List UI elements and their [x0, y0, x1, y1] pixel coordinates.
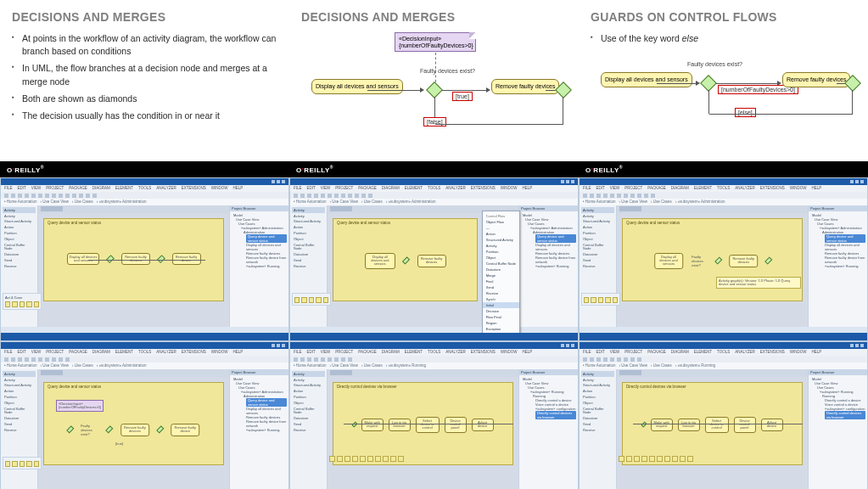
menu-item[interactable]: EDIT — [596, 350, 605, 355]
menu-item[interactable]: EDIT — [307, 350, 316, 355]
menu-item[interactable]: HELP — [522, 350, 532, 355]
menu-item[interactable]: ELEMENT — [115, 186, 133, 191]
tree[interactable]: ModelUse Case ViewUse Cases«subsystem» A… — [230, 211, 288, 270]
menu-item[interactable]: WINDOW — [790, 186, 807, 191]
context-menu-item[interactable]: Central Buffer Node — [483, 261, 519, 267]
breadcrumb-item[interactable]: • Home Automation — [294, 200, 327, 204]
breadcrumb-item[interactable]: › Use Case View — [330, 200, 358, 204]
tree-node[interactable]: Display all devices and sensors — [521, 243, 576, 251]
diagram-canvas[interactable]: Query device and sensor status Display a… — [328, 205, 518, 327]
menu-item[interactable]: PACKAGE — [647, 186, 665, 191]
breadcrumb-item[interactable]: › Use Case View — [619, 363, 647, 368]
menu-item[interactable]: PROJECT — [624, 350, 642, 355]
menu-bar[interactable]: FILEEDITVIEWPROJECTPACKAGEDIAGRAMELEMENT… — [580, 185, 867, 192]
menu-item[interactable]: ANALYZER — [156, 350, 176, 355]
mini-box[interactable]: Make web request — [651, 419, 673, 431]
menu-item[interactable]: TOOLS — [717, 350, 730, 355]
tree-node[interactable]: Directly control devices via browser — [810, 411, 865, 419]
project-browser[interactable]: Project Browser ModelUse Case ViewUse Ca… — [229, 205, 288, 327]
breadcrumb-item[interactable]: › Use Cases — [361, 363, 383, 368]
breadcrumb-item[interactable]: › Use Case View — [330, 363, 358, 368]
tree-node[interactable]: Directly control devices via browser — [521, 411, 576, 419]
context-menu-item[interactable]: Send — [483, 284, 519, 290]
menu-item[interactable]: HELP — [811, 350, 821, 355]
window-titlebar[interactable] — [580, 178, 867, 185]
menu-item[interactable]: FILE — [583, 186, 591, 191]
diagram-canvas[interactable]: Query device and sensor status Display a… — [617, 205, 808, 327]
toolbox-item[interactable]: Object — [581, 238, 614, 242]
toolbox-panel[interactable]: ActivityActivityStructured ActivityActio… — [1, 369, 38, 489]
menu-item[interactable]: PROJECT — [335, 350, 353, 355]
toolbox-item[interactable]: Structured Activity — [292, 220, 325, 224]
toolbox-item[interactable]: Action — [581, 390, 614, 394]
mini-palette[interactable] — [292, 293, 331, 306]
menu-item[interactable]: EXTENSIONS — [182, 350, 206, 355]
mini-box[interactable]: Make web request — [361, 419, 384, 431]
menu-item[interactable]: TOOLS — [717, 186, 730, 191]
menu-item[interactable]: EXTENSIONS — [471, 186, 496, 191]
toolbox-item[interactable]: Partition — [581, 396, 614, 400]
menu-item[interactable]: VIEW — [31, 186, 42, 191]
toolbox-item[interactable]: Partition — [3, 232, 36, 236]
tree-node[interactable]: Query device and sensor status — [521, 234, 576, 243]
menu-bar[interactable]: FILEEDITVIEWPROJECTPACKAGEDIAGRAMELEMENT… — [1, 185, 288, 192]
menu-item[interactable]: ANALYZER — [156, 186, 176, 191]
menu-item[interactable]: FILE — [4, 350, 13, 355]
menu-item[interactable]: PACKAGE — [358, 350, 376, 355]
toolbox-item[interactable]: Datastore — [292, 253, 325, 257]
breadcrumb-item[interactable]: › «subsystem» Administration — [97, 200, 147, 204]
toolbox-item[interactable]: Activity — [3, 215, 36, 219]
menu-item[interactable]: WINDOW — [211, 350, 228, 355]
diagram-canvas[interactable]: Query device and sensor status Display a… — [38, 205, 229, 327]
toolbox-item[interactable]: Partition — [3, 396, 36, 400]
project-browser[interactable]: Project Browser ModelUse Case ViewUse Ca… — [808, 369, 867, 489]
context-menu-item[interactable]: Synch — [483, 296, 519, 302]
toolbox-item[interactable]: Send — [581, 423, 614, 427]
window-titlebar[interactable] — [580, 342, 867, 349]
windows-taskbar[interactable] — [290, 333, 578, 340]
toolbox-item[interactable]: Partition — [292, 396, 325, 400]
menu-item[interactable]: EXTENSIONS — [760, 186, 785, 191]
breadcrumb-item[interactable]: › Use Cases — [361, 200, 383, 204]
mini-merge[interactable] — [156, 425, 165, 434]
context-menu-item[interactable]: Decision — [483, 308, 519, 314]
tree-node[interactable]: Remove faulty device from network — [810, 256, 865, 264]
breadcrumb-item[interactable]: › «subsystem» Administration — [675, 200, 725, 204]
menu-item[interactable]: DIAGRAM — [382, 186, 400, 191]
menu-item[interactable]: TOOLS — [138, 186, 151, 191]
mini-box[interactable]: Device control panel — [734, 417, 756, 433]
menu-bar[interactable]: FILEEDITVIEWPROJECTPACKAGEDIAGRAMELEMENT… — [1, 349, 288, 356]
toolbar[interactable] — [580, 356, 867, 363]
menu-item[interactable]: PACKAGE — [69, 186, 87, 191]
toolbox-panel[interactable]: Activity ActivityStructured ActivityActi… — [290, 205, 328, 327]
diagram-canvas[interactable]: Directly control devices via browser Mak… — [328, 369, 518, 489]
mini-palette[interactable] — [3, 457, 42, 469]
menu-item[interactable]: WINDOW — [501, 186, 518, 191]
tree[interactable]: ModelUse Case ViewUse Cases«subsystem» A… — [230, 375, 288, 434]
menu-item[interactable]: PROJECT — [46, 350, 64, 355]
tree-node[interactable]: Display all devices and sensors — [810, 243, 865, 251]
toolbox-item[interactable]: Receive — [581, 265, 614, 269]
toolbox-item[interactable]: Partition — [292, 232, 325, 236]
toolbox-item[interactable]: Send — [3, 259, 36, 263]
tree-node[interactable]: Remove faulty device from network — [232, 256, 287, 264]
tree-node[interactable]: Query device and sensor status — [810, 234, 865, 243]
mini-box[interactable]: Adjust device — [761, 419, 783, 431]
toolbar[interactable] — [290, 192, 578, 199]
menu-item[interactable]: EDIT — [18, 350, 26, 355]
breadcrumb-item[interactable]: • Home Automation — [583, 363, 616, 368]
toolbox-item[interactable]: Send — [3, 423, 36, 427]
breadcrumb-item[interactable]: • Home Automation — [4, 363, 37, 368]
menu-item[interactable]: PACKAGE — [358, 186, 376, 191]
context-menu-item[interactable]: Partition — [483, 249, 519, 255]
toolbox-item[interactable]: Action — [3, 390, 36, 394]
mini-box[interactable]: Remove faulty device — [171, 424, 199, 436]
context-menu[interactable]: Control Flow Object Flow—ActionStructure… — [482, 211, 520, 341]
mini-box[interactable]: Log in via browser — [678, 419, 700, 431]
menu-item[interactable]: HELP — [522, 186, 532, 191]
element-strip[interactable] — [329, 456, 404, 462]
toolbox-item[interactable]: Object — [581, 402, 614, 406]
breadcrumb[interactable]: • Home Automation› Use Case View› Use Ca… — [580, 199, 867, 205]
toolbar[interactable] — [1, 192, 288, 199]
breadcrumb-item[interactable]: • Home Automation — [583, 200, 616, 204]
